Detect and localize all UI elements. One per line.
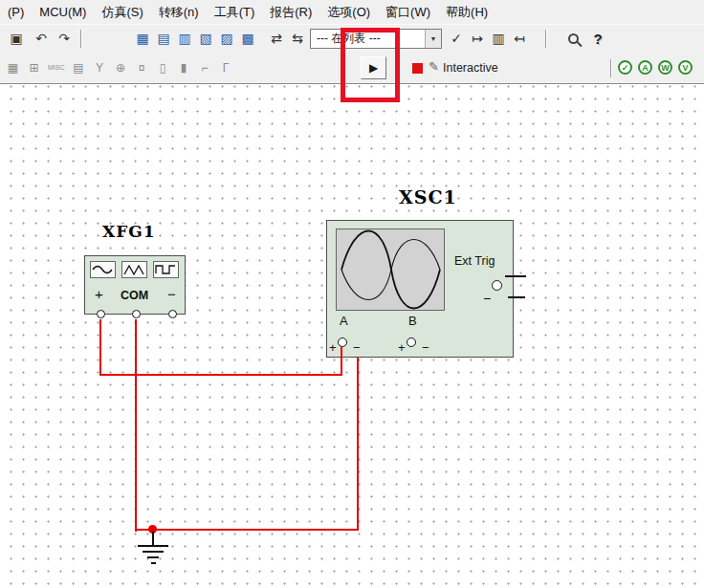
grid-icon: ▦: [8, 61, 18, 75]
component-bin-button[interactable]: MISC: [46, 57, 67, 77]
component-toolbar-group: ▦ ⊞ MISC ▤ Y ⊕ ¤ ▯ ▮ ⌐ Γ: [4, 57, 235, 77]
menu-item-transfer[interactable]: 转移(n): [151, 1, 207, 24]
wire-tool-button[interactable]: ⇄: [266, 28, 287, 49]
component-bin-button[interactable]: ¤: [133, 57, 151, 77]
menu-item-draw[interactable]: (P): [0, 2, 32, 22]
ground-symbol[interactable]: [152, 532, 154, 545]
xfg1-com-terminal[interactable]: [132, 310, 141, 318]
transistor-icon: Y: [96, 61, 103, 75]
component-bin-button[interactable]: Y: [91, 57, 109, 77]
wire-tool-button[interactable]: ⇆: [287, 28, 308, 49]
power-probe-icon: W: [661, 63, 670, 73]
toolbar-separator: [545, 30, 547, 48]
diode-icon: ⊕: [116, 61, 125, 75]
xsc1-ext-trig-terminal[interactable]: [492, 280, 502, 291]
interactive-edit-button[interactable]: ✎: [429, 59, 439, 74]
xfg1-com-label: COM: [121, 290, 148, 302]
xsc1-channel-b-terminal[interactable]: [407, 338, 416, 347]
angle-wire-icon: Γ: [223, 61, 230, 75]
stop-simulation-button[interactable]: [412, 63, 423, 74]
wire-transfer-icon: ⇄: [271, 31, 282, 46]
check-probe-icon: ✓: [622, 63, 629, 73]
triangle-wave-icon: [121, 261, 147, 278]
source-icon: ¤: [139, 61, 145, 75]
component-bin-button[interactable]: ⊞: [25, 57, 43, 77]
ext-trig-stub-top: [505, 275, 526, 277]
component-bin-button[interactable]: ▤: [70, 57, 88, 77]
redo-button[interactable]: ↷: [54, 28, 75, 49]
chevron-down-icon[interactable]: ▼: [425, 30, 441, 48]
sheet-button[interactable]: ▥: [488, 28, 509, 49]
power-probe-button[interactable]: W: [658, 60, 672, 75]
menu-item-simulate[interactable]: 仿真(S): [94, 1, 150, 24]
view-toolbar-button[interactable]: ▩: [237, 28, 258, 49]
wire-label-icon: ⇆: [292, 31, 303, 46]
xsc1-trig-minus-label: −: [483, 292, 491, 305]
wire-xfg1-com-vertical[interactable]: [135, 319, 137, 532]
transfer-out-button[interactable]: ↦: [467, 28, 488, 49]
redo-icon: ↷: [58, 31, 70, 46]
menu-bar: (P) MCU(M) 仿真(S) 转移(n) 工具(T) 报告(R) 选项(O)…: [0, 0, 704, 24]
schematic-canvas[interactable]: XFG1 + COM − XSC1: [0, 84, 704, 588]
voltage-probe-button[interactable]: ✓: [618, 60, 632, 75]
ground-bar-4: [151, 562, 156, 564]
wire-scope-a-plus-vertical[interactable]: [341, 346, 342, 376]
sine-wave-icon: [90, 261, 116, 278]
interactive-label: Interactive: [443, 61, 498, 75]
view-toolbar-button[interactable]: ▦: [132, 28, 153, 49]
undo-icon: ↶: [35, 31, 47, 46]
wire-ground-horizontal[interactable]: [135, 529, 359, 531]
wire-xfg1-plus-vertical[interactable]: [99, 319, 101, 376]
help-button[interactable]: ?: [587, 28, 608, 49]
database-icon: ▥: [178, 31, 190, 46]
xsc1-a-minus-label: −: [353, 341, 361, 354]
xfg1-minus-terminal[interactable]: [168, 310, 177, 318]
menu-item-reports[interactable]: 报告(R): [262, 1, 319, 24]
xsc1-channel-a-label: A: [340, 315, 348, 327]
transfer-in-button[interactable]: ↤: [509, 28, 530, 49]
search-icon: [568, 33, 579, 44]
menu-item-mcu[interactable]: MCU(M): [32, 2, 94, 22]
paste-icon: ▣: [10, 31, 22, 46]
find-button[interactable]: [562, 28, 583, 49]
menu-item-help[interactable]: 帮助(H): [438, 1, 495, 24]
menu-item-options[interactable]: 选项(O): [319, 1, 378, 24]
xsc1-oscilloscope[interactable]: Ext Trig − A + − B + −: [326, 220, 514, 358]
column-icon: ▮: [181, 61, 187, 75]
post-toolbar-group: ✓ ↦ ▥ ↤: [446, 28, 530, 49]
view-toolbar-button[interactable]: ▥: [174, 28, 195, 49]
xfg1-function-generator[interactable]: + COM −: [84, 255, 186, 315]
view-toolbar-button[interactable]: ▤: [153, 28, 174, 49]
xfg1-plus-terminal[interactable]: [97, 310, 105, 318]
erc-check-button[interactable]: ✓: [446, 28, 467, 49]
menu-item-window[interactable]: 窗口(W): [378, 1, 438, 24]
square-wave-icon: [153, 261, 179, 278]
xfg1-ref-label: XFG1: [102, 222, 156, 241]
annotation-highlight-box: [341, 28, 400, 102]
component-bin-button[interactable]: ▦: [4, 57, 22, 77]
menu-item-tools[interactable]: 工具(T): [207, 1, 263, 24]
breadboard-icon: ▧: [199, 31, 211, 46]
component-bin-button[interactable]: ▯: [154, 57, 172, 77]
xsc1-channel-a-terminal[interactable]: [338, 338, 347, 347]
current-probe-button[interactable]: A: [638, 60, 652, 75]
ground-bar-3: [147, 556, 159, 558]
box-icon: ▤: [73, 61, 83, 75]
view-toolbar-button[interactable]: ▧: [195, 28, 216, 49]
help-icon: ?: [593, 31, 602, 47]
probe-toolbar-group: ✓ A W V: [618, 60, 693, 75]
component-bin-button[interactable]: ⊕: [112, 57, 130, 77]
component-bin-button[interactable]: ⌐: [196, 57, 214, 77]
wire-toolbar-group: ⇄ ⇆: [266, 28, 308, 49]
paste-button[interactable]: ▣: [6, 28, 27, 49]
voltmeter-probe-button[interactable]: V: [678, 60, 693, 75]
check-icon: ✓: [451, 31, 462, 46]
view-toolbar-button[interactable]: ▨: [216, 28, 237, 49]
component-bin-button[interactable]: Γ: [217, 57, 235, 77]
component-bin-button[interactable]: ▮: [175, 57, 193, 77]
undo-button[interactable]: ↶: [31, 28, 52, 49]
arrow-out-icon: ↦: [472, 31, 483, 46]
wire-scope-a-minus-vertical[interactable]: [357, 358, 359, 531]
pencil-icon: ✎: [429, 59, 439, 74]
xsc1-channel-b-label: B: [408, 315, 417, 327]
